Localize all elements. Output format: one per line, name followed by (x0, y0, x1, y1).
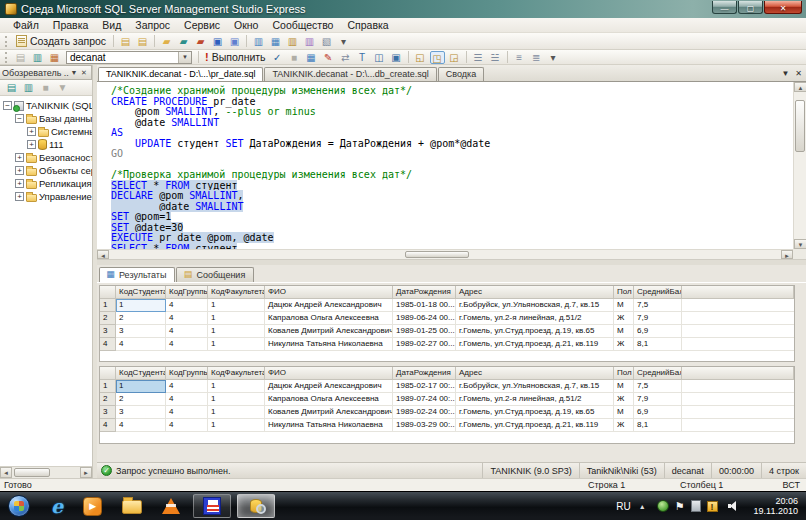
grid-cell[interactable]: 4 (166, 312, 208, 325)
grid-cell[interactable]: Ж (614, 419, 634, 432)
results-to-grid-icon[interactable]: ◳ (430, 51, 445, 64)
grid-cell[interactable]: 4 (166, 406, 208, 419)
grid-cell[interactable]: 4 (166, 325, 208, 338)
chevron-down-icon[interactable]: ▼ (781, 69, 789, 78)
grid-cell[interactable]: 1 (208, 325, 265, 338)
scroll-right-icon[interactable]: ► (781, 250, 793, 259)
toolbar-overflow-icon[interactable]: ▾ (546, 51, 561, 64)
grid-cell[interactable]: 4 (166, 419, 208, 432)
column-header[interactable]: ДатаРождения (393, 286, 456, 299)
parse-query-icon[interactable]: ✓ (270, 51, 285, 64)
grid-cell[interactable]: Ж (614, 312, 634, 325)
row-number[interactable]: 1 (100, 380, 116, 393)
grid-cell[interactable]: 1985-01-18 00... (393, 299, 456, 312)
scroll-left-icon[interactable]: ◄ (0, 467, 12, 478)
column-header[interactable]: КодСтудента (116, 367, 166, 380)
grid-cell[interactable]: 1 (116, 380, 166, 393)
tree-item-Безопасность[interactable]: +Безопасность (0, 151, 92, 164)
document-tab[interactable]: TANIKNIK.decanat - D:\...\pr_date.sql (98, 67, 263, 81)
column-header[interactable]: СреднийБалл (634, 286, 682, 299)
grid-cell[interactable]: 1 (208, 380, 265, 393)
object-explorer-header[interactable]: Обозреватель ... ▼ ✕ (0, 65, 92, 80)
explorer-folder-icon[interactable] (122, 498, 142, 514)
column-header[interactable]: Пол (614, 367, 634, 380)
editor-hscrollbar[interactable]: ◄ ► (97, 249, 793, 259)
grid-cell[interactable]: Ж (614, 393, 634, 406)
menu-item-Окно[interactable]: Окно (227, 18, 265, 33)
uncomment-lines-icon[interactable]: ☱ (488, 51, 503, 64)
grid-cell[interactable]: Капралова Ольга Алексеевна (265, 312, 393, 325)
grid-cell[interactable]: г.Гомель, ул.Студ.проезд, д.19, кв.65 (456, 325, 614, 338)
toolbar-grip[interactable] (5, 36, 9, 47)
grid-cell[interactable]: 8,1 (634, 338, 682, 351)
column-header[interactable]: КодФакультета (208, 367, 265, 380)
menu-item-Запрос[interactable]: Запрос (128, 18, 177, 33)
oe-stop-icon[interactable]: ■ (38, 81, 53, 94)
maximize-button[interactable]: ▢ (738, 1, 763, 14)
menu-item-Файл[interactable]: Файл (6, 18, 46, 33)
sql-editor[interactable]: /*Создание хранимой процедуры изменения … (97, 81, 806, 259)
vlc-icon[interactable] (162, 498, 180, 514)
tree-item-Управление[interactable]: +Управление (0, 190, 92, 203)
tree-item-TANIKNIK (SQL Sen[interactable]: −TANIKNIK (SQL Sen (0, 99, 92, 112)
code-area[interactable]: /*Создание хранимой процедуры изменения … (97, 82, 793, 249)
grid-cell[interactable]: 3 (116, 406, 166, 419)
expand-icon[interactable]: + (27, 127, 36, 136)
toolbar-grip[interactable] (5, 52, 9, 63)
grid-cell[interactable]: 1 (208, 312, 265, 325)
grid-cell[interactable]: 1989-07-24 00:... (393, 393, 456, 406)
grid-cell[interactable]: Ковалев Дмитрий Александрович (265, 406, 393, 419)
grid-cell[interactable]: 1989-01-25 00... (393, 325, 456, 338)
row-number[interactable]: 3 (100, 325, 116, 338)
grid-cell[interactable]: 1989-02-27 00... (393, 338, 456, 351)
column-header[interactable]: КодГруппы (166, 367, 208, 380)
taskbar-clock[interactable]: 20:06 19.11.2010 (754, 496, 798, 516)
code-line[interactable]: SET @pom=1 (111, 212, 793, 223)
connect-icon[interactable]: ▤ (13, 51, 28, 64)
show-hidden-icons-chevron[interactable]: ▲ (639, 503, 646, 510)
grid-cell[interactable]: 6,9 (634, 325, 682, 338)
tree-item-Базы данных[interactable]: −Базы данных (0, 112, 92, 125)
grid-cell[interactable]: 1 (208, 338, 265, 351)
volume-tray-icon[interactable] (724, 500, 741, 512)
summary-page-icon[interactable]: ▦ (268, 35, 283, 48)
menu-item-Сообщество[interactable]: Сообщество (265, 18, 340, 33)
object-explorer-hscrollbar[interactable]: ◄ ► (0, 466, 92, 478)
decrease-indent-icon[interactable]: ≡ (512, 51, 527, 64)
results-tab-Сообщения[interactable]: ▤Сообщения (176, 267, 254, 282)
column-header[interactable]: СреднийБалл (634, 367, 682, 380)
collapse-icon[interactable]: − (15, 114, 24, 123)
grid-cell[interactable]: 3 (116, 325, 166, 338)
grid-cell[interactable]: М (614, 325, 634, 338)
tree-item-Репликация[interactable]: +Репликация (0, 177, 92, 190)
grid-cell[interactable]: Никулина Татьяна Николаевна (265, 338, 393, 351)
save-icon[interactable]: ▣ (210, 35, 225, 48)
column-header[interactable]: ФИО (265, 286, 393, 299)
show-estimated-plan-icon[interactable]: ▦ (304, 51, 319, 64)
grid-cell[interactable]: Никулина Татьяна Николаевна (265, 419, 393, 432)
job-activity-icon[interactable]: ▥ (302, 35, 317, 48)
scroll-up-icon[interactable]: ▲ (794, 82, 806, 92)
tree-item-Объекты серве[interactable]: +Объекты серве (0, 164, 92, 177)
grid-cell[interactable]: 8,1 (634, 419, 682, 432)
code-line[interactable]: @date SMALLINT (111, 118, 793, 129)
scroll-thumb[interactable] (795, 100, 805, 152)
grid-cell[interactable]: 1985-02-17 00:... (393, 380, 456, 393)
change-type-icon[interactable]: ⇄ (338, 51, 353, 64)
execute-button[interactable]: ! Выполнить (202, 51, 269, 63)
antivirus-tray-icon[interactable] (657, 500, 669, 512)
close-icon[interactable]: ✕ (795, 69, 802, 78)
grid-cell[interactable]: Ковалев Дмитрий Александрович (265, 325, 393, 338)
document-tab[interactable]: Сводка (438, 67, 484, 81)
code-line[interactable]: @date SMALLINT (111, 202, 793, 213)
results-tab-Результаты[interactable]: ▦Результаты (99, 267, 175, 282)
grid-cell[interactable]: Дацюк Андрей Александрович (265, 299, 393, 312)
menu-item-Сервис[interactable]: Сервис (177, 18, 227, 33)
scroll-thumb[interactable] (405, 251, 469, 258)
grid-cell[interactable]: 4 (166, 338, 208, 351)
results-to-text-icon[interactable]: ◱ (413, 51, 428, 64)
column-header[interactable]: ФИО (265, 367, 393, 380)
grid-cell[interactable]: 2 (116, 312, 166, 325)
scroll-down-icon[interactable]: ▼ (794, 239, 806, 249)
scroll-thumb[interactable] (14, 468, 50, 477)
